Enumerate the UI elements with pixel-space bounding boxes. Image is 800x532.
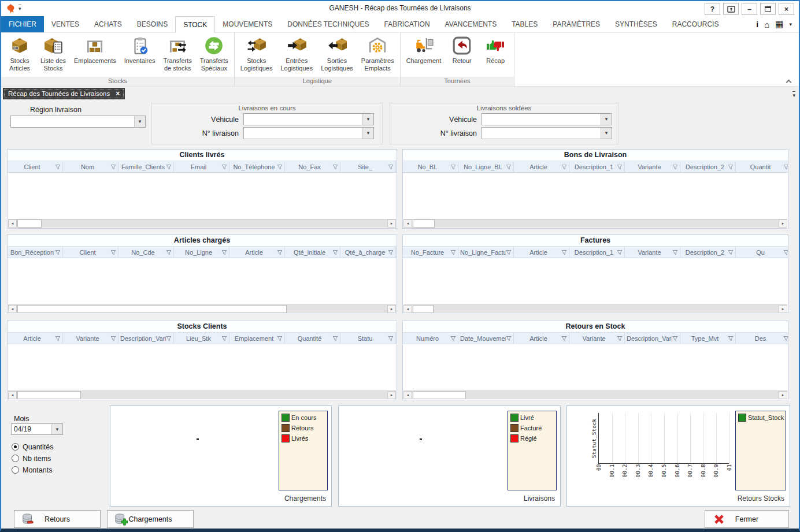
filter-funnel-icon[interactable]	[388, 250, 394, 255]
grid-column-header-no-facture[interactable]: No_Facture	[403, 247, 458, 258]
ribbon-button-transferts-de-stocks[interactable]: Transfertsde stocks	[160, 33, 196, 72]
filter-funnel-icon[interactable]	[55, 336, 61, 341]
filter-funnel-icon[interactable]	[672, 336, 678, 341]
filter-funnel-icon[interactable]	[277, 164, 283, 170]
filter-funnel-icon[interactable]	[332, 336, 338, 341]
filter-funnel-icon[interactable]	[506, 250, 512, 255]
scroll-thumb[interactable]	[413, 391, 466, 399]
grid-column-header-article[interactable]: Article	[514, 247, 569, 258]
filter-funnel-icon[interactable]	[110, 250, 116, 255]
filter-funnel-icon[interactable]	[617, 336, 623, 341]
ribbon-button-retour[interactable]: Retour	[445, 33, 479, 65]
grid-column-header-no-ligne-facture[interactable]: No_Ligne_Facture	[458, 247, 514, 258]
ribbon-button-chargement[interactable]: Chargement	[402, 33, 446, 65]
scroll-thumb[interactable]	[17, 391, 81, 399]
retours-button[interactable]: Retours	[14, 510, 101, 528]
grid-column-header-client[interactable]: Client	[63, 247, 118, 258]
tab-strip-dropdown-icon[interactable]: ▾	[792, 91, 795, 98]
grid-hscrollbar[interactable]: ◂▸	[403, 304, 787, 313]
doc-tab-recap-tournees[interactable]: Récap des Tournées de Livraisons ×	[3, 88, 125, 99]
filter-funnel-icon[interactable]	[561, 336, 567, 341]
grid-column-header-no-cde[interactable]: No_Cde	[118, 247, 174, 258]
radio-nb-items[interactable]: Nb items	[12, 453, 54, 464]
filter-funnel-icon[interactable]	[110, 164, 116, 170]
grid-column-header-client[interactable]: Client	[8, 161, 63, 172]
chevron-down-icon[interactable]: ▼	[362, 114, 373, 125]
scroll-left-arrow-icon[interactable]: ◂	[8, 220, 17, 228]
ribbon-pin-button[interactable]	[723, 3, 739, 15]
filter-funnel-icon[interactable]	[166, 336, 172, 341]
scroll-thumb[interactable]	[17, 220, 42, 228]
menu-tab-syntheses[interactable]: SYNTHÈSES	[608, 16, 665, 32]
chevron-down-icon[interactable]: ▼	[601, 114, 612, 125]
filter-funnel-icon[interactable]	[388, 164, 394, 170]
filter-funnel-icon[interactable]	[783, 164, 788, 170]
radio-montants[interactable]: Montants	[12, 464, 54, 475]
scroll-left-arrow-icon[interactable]: ◂	[403, 391, 412, 399]
grid-column-header-variante[interactable]: Variante	[625, 247, 680, 258]
mois-combo[interactable]: 04/19 ▼	[11, 423, 63, 435]
combo-livraisons-soldees-n-livraison[interactable]: ▼	[482, 127, 612, 139]
combo-livraisons-soldees-vehicule[interactable]: ▼	[482, 113, 612, 125]
combo-livraisons-en-cours-vehicule[interactable]: ▼	[243, 113, 374, 125]
scroll-left-arrow-icon[interactable]: ◂	[403, 305, 412, 313]
ribbon-button-inventaires[interactable]: Inventaires	[120, 33, 160, 65]
menu-tab-fabrication[interactable]: FABRICATION	[376, 16, 437, 32]
grid-column-header-variante[interactable]: Variante	[625, 161, 680, 172]
filter-funnel-icon[interactable]	[332, 250, 338, 255]
filter-funnel-icon[interactable]	[221, 336, 227, 341]
radio-quantites[interactable]: Quantités	[12, 441, 54, 452]
filter-funnel-icon[interactable]	[277, 336, 283, 341]
radio-circle-icon[interactable]	[12, 466, 19, 474]
info-icon[interactable]: i	[756, 20, 758, 29]
ribbon-button-emplacements[interactable]: Emplacements	[70, 33, 120, 65]
home-icon[interactable]: ⌂	[764, 20, 769, 29]
filter-funnel-icon[interactable]	[221, 164, 227, 170]
grid-body[interactable]	[403, 173, 787, 219]
region-livraison-combo[interactable]: ▼	[10, 116, 146, 128]
close-button[interactable]: ×	[779, 3, 794, 15]
filter-funnel-icon[interactable]	[450, 164, 456, 170]
menu-tab-avancements[interactable]: AVANCEMENTS	[438, 16, 505, 32]
radio-circle-icon[interactable]	[12, 443, 19, 451]
menu-tab-stock[interactable]: STOCK	[175, 16, 215, 33]
filter-funnel-icon[interactable]	[561, 164, 567, 170]
filter-funnel-icon[interactable]	[110, 336, 116, 341]
scroll-right-arrow-icon[interactable]: ▸	[387, 220, 396, 228]
filter-funnel-icon[interactable]	[450, 250, 456, 255]
minimize-button[interactable]: –	[742, 3, 757, 15]
grid-hscrollbar[interactable]: ◂▸	[8, 390, 396, 399]
ribbon-button-entrees-logistiques[interactable]: EntréesLogistiques	[276, 33, 317, 72]
scroll-left-arrow-icon[interactable]: ◂	[8, 305, 17, 313]
menu-tab-fichier[interactable]: FICHIER	[1, 16, 44, 32]
filter-funnel-icon[interactable]	[672, 250, 678, 255]
ribbon-button-stocks-articles[interactable]: StocksArticles	[3, 33, 36, 72]
grid-column-header-date-mouvement[interactable]: Date_Mouvement	[458, 333, 514, 344]
ribbon-button-sorties-logistiques[interactable]: SortiesLogistiques	[317, 33, 357, 72]
filter-funnel-icon[interactable]	[561, 250, 567, 255]
grid-column-header-bon-reception[interactable]: Bon_Réception	[8, 247, 63, 258]
grid-hscrollbar[interactable]: ◂▸	[403, 390, 787, 399]
scroll-right-arrow-icon[interactable]: ▸	[779, 305, 787, 313]
grid-column-header-no-ligne[interactable]: No_Ligne	[174, 247, 229, 258]
filter-funnel-icon[interactable]	[728, 336, 734, 341]
scroll-thumb[interactable]	[17, 305, 287, 313]
maximize-button[interactable]	[760, 3, 776, 15]
filter-funnel-icon[interactable]	[506, 336, 512, 341]
menu-tab-mouvements[interactable]: MOUVEMENTS	[215, 16, 280, 32]
grid-body[interactable]	[403, 259, 787, 304]
grid-column-header-statu[interactable]: Statu	[340, 333, 396, 344]
filter-funnel-icon[interactable]	[617, 250, 623, 255]
grid-column-header-description-1[interactable]: Description_1	[569, 161, 625, 172]
dropdown-icon[interactable]: ▾	[789, 21, 792, 27]
grid-column-header-numero[interactable]: Numéro	[403, 333, 458, 344]
scroll-right-arrow-icon[interactable]: ▸	[387, 391, 396, 399]
scroll-thumb[interactable]	[413, 305, 434, 313]
menu-tab-donnees-techniques[interactable]: DONNÉES TECHNIQUES	[280, 16, 376, 32]
grid-column-header-variante[interactable]: Variante	[63, 333, 118, 344]
grid-column-header-famille-clients[interactable]: Famille_Clients	[118, 161, 174, 172]
grid-column-header-qte-initiale[interactable]: Qté_initiale	[285, 247, 340, 258]
filter-funnel-icon[interactable]	[672, 164, 678, 170]
chevron-down-icon[interactable]: ▼	[51, 424, 62, 434]
scroll-left-arrow-icon[interactable]: ◂	[8, 391, 17, 399]
